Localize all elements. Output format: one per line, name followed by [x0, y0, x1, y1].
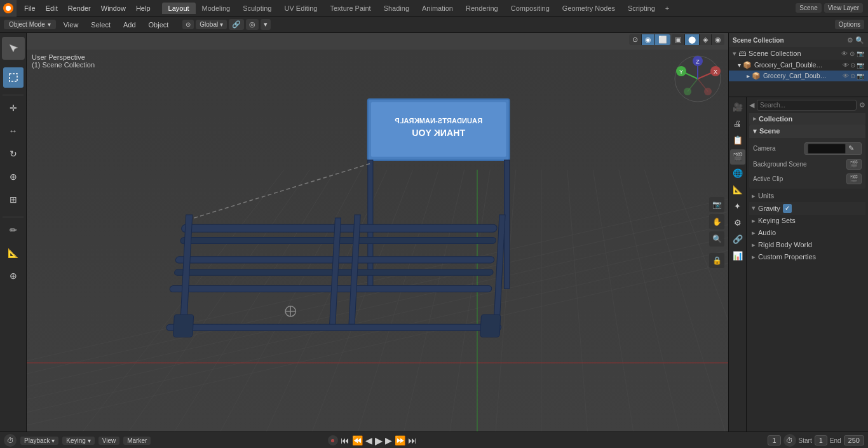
- gravity-section[interactable]: ▾ Gravity ✓: [749, 202, 865, 215]
- scene-select[interactable]: Scene: [796, 3, 821, 13]
- prop-icon-viewlayer[interactable]: 📋: [730, 133, 745, 148]
- fps-button[interactable]: ⏱: [783, 434, 796, 447]
- keying-sets-section[interactable]: ▸ Keying Sets: [749, 215, 865, 227]
- viewport-object-menu[interactable]: Object: [144, 20, 174, 30]
- menu-window[interactable]: Window: [96, 3, 131, 13]
- properties-search-input[interactable]: [757, 100, 857, 111]
- audio-section[interactable]: ▸ Audio: [749, 227, 865, 239]
- menu-file[interactable]: File: [19, 3, 41, 13]
- tab-scripting[interactable]: Scripting: [621, 3, 661, 14]
- tab-rendering[interactable]: Rendering: [459, 3, 505, 14]
- record-button[interactable]: ⏺: [328, 435, 338, 445]
- render-shading[interactable]: ◉: [712, 34, 724, 45]
- collection-expand-arrow[interactable]: ▾: [733, 50, 736, 58]
- tab-layout[interactable]: Layout: [162, 3, 196, 14]
- viewport-lock[interactable]: 🔒: [709, 253, 724, 268]
- next-frame-button[interactable]: ⏩: [395, 435, 405, 445]
- prop-icon-particles[interactable]: ✦: [730, 199, 745, 214]
- prop-icon-data[interactable]: 📊: [730, 248, 745, 264]
- viewport-select-menu[interactable]: Select: [86, 20, 116, 30]
- rigid-body-world-section[interactable]: ▸ Rigid Body World: [749, 239, 865, 251]
- viewport-hand-tool[interactable]: ✋: [709, 214, 724, 229]
- tab-animation[interactable]: Animation: [416, 3, 459, 14]
- item-restrict-icon[interactable]: ⊙: [850, 62, 855, 69]
- viewport-zoom-tool[interactable]: 🔍: [709, 231, 724, 247]
- tool-measure[interactable]: 📐: [3, 243, 24, 263]
- gizmo-toggle[interactable]: ⊙: [629, 34, 642, 45]
- viewport-camera-tool[interactable]: 📷: [709, 197, 724, 212]
- background-scene-movie-icon[interactable]: 🎬: [846, 159, 862, 170]
- properties-back-icon[interactable]: ◀: [749, 101, 754, 109]
- item-render-icon[interactable]: 📷: [857, 62, 864, 69]
- units-section[interactable]: ▸ Units: [749, 190, 865, 202]
- marker-dropdown[interactable]: Marker: [123, 437, 151, 445]
- active-clip-movie-icon[interactable]: 🎬: [846, 173, 862, 184]
- object-mode-selector[interactable]: Object Mode ▾: [4, 20, 56, 29]
- timeline-icon[interactable]: ⏱: [4, 434, 17, 447]
- prop-icon-world[interactable]: 🌐: [730, 166, 745, 181]
- item-hide-icon[interactable]: 👁: [843, 62, 849, 69]
- xray-toggle[interactable]: ⬜: [655, 34, 670, 45]
- snap-toggle[interactable]: 🔗: [229, 19, 244, 30]
- material-shading[interactable]: ◈: [700, 34, 712, 45]
- tool-cursor[interactable]: ✛: [3, 98, 24, 118]
- viewport-3d[interactable]: User Perspective (1) Scene Collection ⊙ …: [27, 33, 728, 431]
- prop-icon-physics[interactable]: ⚙: [730, 215, 745, 231]
- tab-uv-editing[interactable]: UV Editing: [278, 3, 323, 14]
- prop-icon-object[interactable]: 📐: [730, 182, 745, 198]
- tool-add[interactable]: ⊕: [3, 266, 24, 286]
- outliner-item-1[interactable]: ▸ 📦 Grocery_Cart_Double_Co 👁 ⊙ 📷: [729, 71, 868, 81]
- menu-help[interactable]: Help: [131, 3, 156, 13]
- tool-move[interactable]: ↔: [3, 121, 24, 141]
- view-layer-select[interactable]: View Layer: [824, 3, 863, 13]
- current-frame-input[interactable]: 1: [768, 435, 780, 445]
- play-button[interactable]: ▶: [375, 435, 383, 447]
- add-workspace-tab[interactable]: +: [661, 3, 673, 14]
- prev-frame-button[interactable]: ⏪: [352, 435, 363, 445]
- tab-modeling[interactable]: Modeling: [196, 3, 237, 14]
- global-transform-selector[interactable]: Global ▾: [196, 20, 227, 29]
- start-frame-input[interactable]: 1: [815, 435, 827, 445]
- keying-dropdown[interactable]: Keying ▾: [62, 437, 94, 445]
- proportional-edit-toggle[interactable]: ◎: [246, 19, 259, 30]
- outliner-search-toggle[interactable]: 🔍: [855, 36, 864, 44]
- gravity-checkbox[interactable]: ✓: [783, 204, 792, 213]
- prop-icon-output[interactable]: 🖨: [730, 116, 745, 132]
- camera-edit-icon[interactable]: ✎: [848, 144, 854, 153]
- view-dropdown[interactable]: View: [98, 437, 120, 445]
- prop-icon-render[interactable]: 🎥: [730, 100, 745, 115]
- custom-properties-section[interactable]: ▸ Custom Properties: [749, 251, 865, 263]
- viewport-add-menu[interactable]: Add: [118, 20, 141, 30]
- wireframe-shading[interactable]: ▣: [672, 34, 685, 45]
- hide-in-viewport-icon[interactable]: 👁: [841, 50, 848, 57]
- item-hide-icon-2[interactable]: 👁: [843, 72, 849, 79]
- tab-geometry-nodes[interactable]: Geometry Nodes: [556, 3, 621, 14]
- restrict-viewport-icon[interactable]: ⊙: [850, 50, 855, 57]
- tab-sculpting[interactable]: Sculpting: [236, 3, 278, 14]
- tool-select-box[interactable]: [3, 67, 24, 88]
- item-render-icon-2[interactable]: 📷: [857, 72, 864, 79]
- item-restrict-icon-2[interactable]: ⊙: [850, 72, 855, 79]
- camera-value[interactable]: ✎: [804, 142, 862, 155]
- proportional-falloff-selector[interactable]: ▾: [261, 19, 271, 30]
- tool-annotate[interactable]: ✏: [3, 220, 24, 240]
- prop-icon-constraints[interactable]: 🔗: [730, 232, 745, 247]
- outliner-item-0[interactable]: ▾ 📦 Grocery_Cart_Double_Corral_ 👁 ⊙ 📷: [729, 60, 868, 71]
- end-frame-input[interactable]: 250: [844, 435, 864, 445]
- playback-dropdown[interactable]: Playback ▾: [20, 437, 58, 445]
- next-keyframe-button[interactable]: ▶: [385, 435, 392, 445]
- jump-end-button[interactable]: ⏭: [408, 435, 417, 445]
- active-tool-cursor[interactable]: [2, 37, 25, 60]
- tool-rotate[interactable]: ↻: [3, 144, 24, 164]
- solid-shading[interactable]: ⬤: [685, 34, 700, 45]
- tab-texture-paint[interactable]: Texture Paint: [323, 3, 377, 14]
- properties-filter-icon[interactable]: ⚙: [859, 101, 865, 109]
- options-button[interactable]: Options: [835, 20, 864, 29]
- menu-render[interactable]: Render: [63, 3, 96, 13]
- jump-start-button[interactable]: ⏮: [341, 435, 349, 445]
- prop-icon-scene[interactable]: 🎬: [730, 149, 745, 165]
- tool-scale[interactable]: ⊕: [3, 166, 24, 187]
- tab-shading[interactable]: Shading: [377, 3, 416, 14]
- transform-origin-toggle[interactable]: ⊙: [182, 20, 194, 29]
- navigation-gizmo[interactable]: X Y Z: [672, 53, 723, 104]
